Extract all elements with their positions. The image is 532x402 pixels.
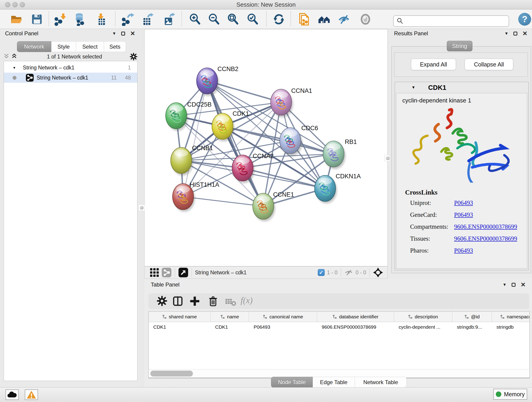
table-cell[interactable]: 9606.ENSP00000378699 bbox=[317, 324, 394, 330]
zoom-out-icon[interactable] bbox=[207, 13, 221, 26]
network-canvas[interactable]: CCNB2CCNA1CDC25BCDK1CDC6RB1CCNB1CCNA2CDK… bbox=[144, 29, 388, 266]
close-window-button[interactable] bbox=[5, 2, 10, 7]
collapse-all-chevron-icon[interactable] bbox=[4, 53, 12, 60]
collapse-all-button[interactable]: Collapse All bbox=[465, 59, 513, 70]
table-cell[interactable]: CDK1 bbox=[149, 324, 210, 330]
refresh-icon[interactable] bbox=[272, 13, 285, 26]
collapse-panel-icon[interactable]: ▼ bbox=[112, 31, 116, 36]
node-RB1[interactable]: RB1 bbox=[323, 138, 357, 169]
zoom-window-button[interactable] bbox=[20, 2, 25, 7]
node-CDC25B[interactable]: CDC25B bbox=[166, 101, 212, 131]
node-CDK1[interactable]: CDK1 bbox=[212, 110, 249, 141]
column-header-canonical-name[interactable]: canonical name bbox=[249, 312, 317, 322]
network-row[interactable]: String Network – cdk1 11 48 bbox=[4, 73, 137, 83]
table-cell[interactable]: cyclin-dependent ... bbox=[394, 324, 452, 330]
function-builder-icon[interactable]: f(x) bbox=[241, 295, 253, 305]
memory-button[interactable]: Memory bbox=[493, 389, 527, 400]
column-header-namespace[interactable]: namespace bbox=[492, 312, 530, 322]
column-header-database-identifier[interactable]: database identifier bbox=[317, 312, 394, 322]
node-label-CDK1: CDK1 bbox=[233, 110, 249, 117]
import-network-file-icon[interactable] bbox=[54, 13, 67, 26]
crosslink-link[interactable]: P06493 bbox=[454, 247, 473, 254]
detach-view-icon[interactable] bbox=[178, 268, 188, 278]
node-CCNE1[interactable]: CCNE1 bbox=[253, 191, 294, 221]
table-cell[interactable]: stringdb bbox=[492, 324, 530, 330]
tab-network[interactable]: Network bbox=[17, 41, 51, 52]
close-panel-icon[interactable]: ✕ bbox=[520, 283, 526, 287]
table-options-gear-icon[interactable] bbox=[157, 296, 167, 307]
column-header-description[interactable]: description bbox=[394, 312, 452, 322]
search-input[interactable] bbox=[404, 18, 502, 24]
crosslink-link[interactable]: 9606.ENSP00000378699 bbox=[454, 235, 517, 242]
minimize-window-button[interactable] bbox=[12, 2, 18, 7]
horizontal-scrollbar[interactable] bbox=[149, 369, 529, 377]
grid-view-icon[interactable] bbox=[150, 268, 159, 277]
crosslink-link[interactable]: P06493 bbox=[454, 211, 473, 218]
lens-icon[interactable] bbox=[359, 13, 372, 26]
crosslink-link[interactable]: 9606.ENSP00000378699 bbox=[454, 223, 517, 230]
table-cell[interactable]: P06493 bbox=[249, 324, 317, 330]
selected-checkbox-icon[interactable]: ✓ bbox=[318, 269, 325, 276]
show-columns-icon[interactable] bbox=[172, 296, 183, 307]
export-table-icon[interactable] bbox=[140, 13, 153, 26]
expand-all-button[interactable]: Expand All bbox=[411, 59, 456, 70]
import-network-database-icon[interactable] bbox=[73, 13, 87, 26]
close-panel-icon[interactable]: ✕ bbox=[130, 32, 135, 36]
tab-node-table[interactable]: Node Table bbox=[271, 377, 313, 388]
search-field[interactable] bbox=[393, 15, 509, 27]
entry-expander-icon[interactable]: ▼ bbox=[412, 85, 415, 90]
tab-sets[interactable]: Sets bbox=[104, 41, 126, 52]
help-icon[interactable]: ? bbox=[518, 13, 531, 26]
zoom-in-icon[interactable] bbox=[188, 13, 202, 26]
network-graph[interactable]: CCNB2CCNA1CDC25BCDK1CDC6RB1CCNB1CCNA2CDK… bbox=[145, 29, 387, 266]
column-header-shared-name[interactable]: shared name bbox=[149, 312, 210, 322]
expand-all-chevron-icon[interactable] bbox=[12, 53, 19, 60]
houses-icon[interactable] bbox=[317, 13, 331, 26]
scrollbar-thumb[interactable] bbox=[150, 370, 193, 376]
collection-expander-icon[interactable]: ▼ bbox=[13, 66, 16, 70]
crosslink-link[interactable]: P06493 bbox=[454, 199, 473, 206]
column-header-name[interactable]: name bbox=[210, 312, 249, 322]
export-network-icon[interactable] bbox=[121, 13, 134, 26]
zoom-selected-icon[interactable] bbox=[246, 13, 259, 26]
save-session-icon[interactable] bbox=[30, 13, 44, 26]
left-splitter-handle[interactable] bbox=[138, 204, 145, 211]
network-view-icon[interactable] bbox=[162, 268, 172, 278]
table-cell[interactable]: stringdb:9... bbox=[452, 324, 492, 330]
create-column-plus-icon[interactable] bbox=[189, 296, 200, 307]
node-CCNB1[interactable]: CCNB1 bbox=[171, 145, 213, 176]
close-panel-icon[interactable]: ✕ bbox=[522, 32, 527, 36]
network-collection-row[interactable]: ▼ String Network – cdk1 1 bbox=[4, 63, 137, 73]
table-cell[interactable]: CDK1 bbox=[210, 324, 249, 330]
delete-table-icon[interactable] bbox=[225, 298, 237, 307]
node-CDC6[interactable]: CDC6 bbox=[280, 125, 318, 156]
float-panel-icon[interactable] bbox=[512, 283, 515, 287]
collapse-panel-icon[interactable]: ▼ bbox=[502, 282, 507, 287]
tab-edge-table[interactable]: Edge Table bbox=[313, 377, 355, 388]
tab-string[interactable]: String bbox=[447, 41, 472, 51]
delete-column-trash-icon[interactable] bbox=[208, 296, 219, 307]
cloud-button[interactable] bbox=[6, 389, 19, 400]
export-web-page-icon[interactable] bbox=[298, 13, 311, 26]
tab-select[interactable]: Select bbox=[76, 41, 104, 52]
float-panel-icon[interactable] bbox=[513, 32, 517, 36]
warning-button[interactable] bbox=[25, 389, 38, 400]
tab-style[interactable]: Style bbox=[51, 41, 76, 52]
gear-icon[interactable] bbox=[130, 53, 138, 61]
column-header-@id[interactable]: @id bbox=[452, 312, 492, 322]
zoom-fit-icon[interactable] bbox=[226, 13, 240, 26]
crosslinks-list: Uniprot:P06493GeneCard:P06493Compartment… bbox=[410, 199, 527, 254]
float-panel-icon[interactable] bbox=[121, 32, 125, 36]
collapse-panel-icon[interactable]: ▼ bbox=[504, 31, 508, 36]
tab-network-table[interactable]: Network Table bbox=[355, 377, 407, 388]
node-CDKN1A[interactable]: CDKN1A bbox=[315, 173, 361, 204]
hide-graphics-eye-icon[interactable] bbox=[337, 13, 351, 26]
hidden-eye-icon[interactable] bbox=[344, 268, 353, 277]
table-row[interactable]: CDK1CDK1P064939606.ENSP00000378699cyclin… bbox=[149, 322, 530, 332]
import-table-file-icon[interactable] bbox=[95, 13, 108, 26]
export-image-icon[interactable] bbox=[162, 13, 175, 26]
open-session-icon[interactable] bbox=[10, 13, 23, 26]
birds-eye-icon[interactable] bbox=[373, 267, 383, 278]
node-HIST1H1A[interactable]: HIST1H1A bbox=[172, 181, 219, 212]
node-CCNB2[interactable]: CCNB2 bbox=[196, 65, 239, 96]
